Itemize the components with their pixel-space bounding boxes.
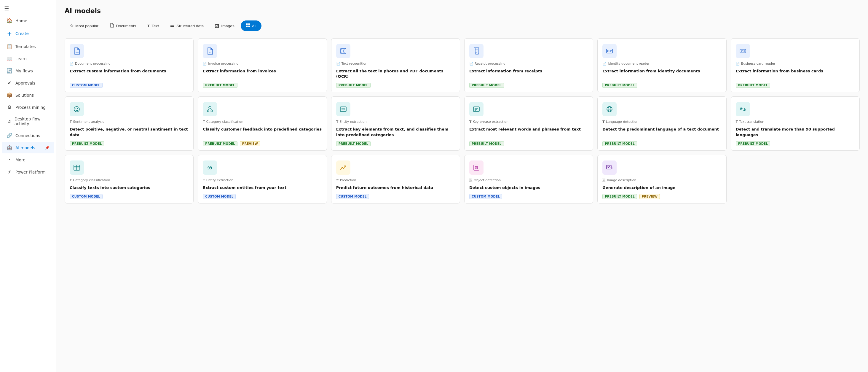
card-title-category-class: Classify customer feedback into predefin… <box>203 127 322 137</box>
card-entity-extraction[interactable]: T Entity extraction Extract key elements… <box>331 96 460 150</box>
card-type-text-translate: T Text translation <box>736 120 855 124</box>
sidebar-item-my-flows[interactable]: 🔄 My flows <box>2 65 54 77</box>
sidebar-label-desktop-flow: Desktop flow activity <box>14 117 50 126</box>
sidebar-item-process-mining[interactable]: ⚙ Process mining <box>2 102 54 113</box>
sidebar-item-approvals[interactable]: ✔ Approvals <box>2 77 54 89</box>
card-sentiment-analysis[interactable]: T Sentiment analysis Detect positive, ne… <box>65 96 193 150</box>
card-title-text-translate: Detect and translate more than 90 suppor… <box>736 127 855 137</box>
sidebar-label-create: Create <box>16 31 29 36</box>
type-icon: T <box>70 120 72 124</box>
card-invoice-processing[interactable]: 📄 Invoice processing Extract information… <box>198 38 327 92</box>
card-type-invoice: 📄 Invoice processing <box>203 62 322 65</box>
approvals-icon: ✔ <box>6 80 12 86</box>
card-category-classification-custom[interactable]: T Category classification Classify texts… <box>65 155 193 203</box>
card-title-entity-custom: Extract custom entities from your text <box>203 185 322 191</box>
card-badges-img-desc: PREBUILT MODEL PREVIEW <box>602 193 721 199</box>
card-badges-object-detect: CUSTOM MODEL <box>469 193 588 199</box>
type-icon: 📄 <box>70 62 74 65</box>
card-type-prediction: ≡ Prediction <box>336 178 455 182</box>
card-icon-invoice <box>203 44 217 58</box>
card-entity-extraction-custom[interactable]: 99 T Entity extraction Extract custom en… <box>198 155 327 203</box>
tab-text[interactable]: T Text <box>142 21 164 31</box>
filter-tabs: ☆ Most popular Documents T Text Structur… <box>65 21 860 31</box>
svg-rect-2 <box>170 26 174 27</box>
card-text-recognition[interactable]: 📄 Text recognition Extract all the text … <box>331 38 460 92</box>
structured-data-icon <box>170 23 175 28</box>
svg-text:あ: あ <box>743 108 746 111</box>
card-type-business-card: 📄 Business card reader <box>736 62 855 65</box>
tab-structured-data[interactable]: Structured data <box>165 21 209 31</box>
sidebar-item-home[interactable]: 🏠 Home <box>2 15 54 26</box>
card-badges-cat-class-custom: CUSTOM MODEL <box>70 193 189 199</box>
svg-rect-4 <box>248 23 250 25</box>
type-icon: 📄 <box>736 62 740 65</box>
card-badges-entity-extract: PREBUILT MODEL <box>336 140 455 146</box>
sidebar-item-connections[interactable]: 🔗 Connections <box>2 130 54 141</box>
card-identity-doc[interactable]: 📄 Identity document reader Extract infor… <box>597 38 726 92</box>
svg-point-25 <box>78 108 78 109</box>
card-language-detection[interactable]: T Language detection Detect the predomin… <box>597 96 726 150</box>
hamburger-button[interactable]: ☰ <box>0 2 56 15</box>
card-type-category-class: T Category classification <box>203 120 322 124</box>
sidebar-label-connections: Connections <box>16 133 40 138</box>
card-prediction[interactable]: ≡ Prediction Predict future outcomes fro… <box>331 155 460 203</box>
sidebar-item-more[interactable]: ··· More <box>2 154 54 166</box>
tab-most-popular[interactable]: ☆ Most popular <box>65 21 103 31</box>
sidebar-item-solutions[interactable]: 📦 Solutions <box>2 89 54 101</box>
badge-custom: CUSTOM MODEL <box>203 194 236 199</box>
templates-icon: 📋 <box>6 44 12 49</box>
card-title-entity-extract: Extract key elements from text, and clas… <box>336 127 455 137</box>
documents-tab-icon <box>110 23 114 28</box>
card-icon-lang-detect <box>602 102 617 116</box>
svg-point-16 <box>608 50 609 52</box>
card-category-classification[interactable]: T Category classification Classify custo… <box>198 96 327 150</box>
card-object-detection[interactable]: 🖼 Object detection Detect custom objects… <box>464 155 593 203</box>
badge-prebuilt: PREBUILT MODEL <box>203 83 238 88</box>
type-icon: 🖼 <box>469 178 472 182</box>
type-icon: 📄 <box>336 62 340 65</box>
card-business-card[interactable]: 📄 Business card reader Extract informati… <box>731 38 860 92</box>
card-icon-entity-custom: 99 <box>203 161 217 175</box>
card-icon-entity-extract <box>336 102 350 116</box>
sidebar-item-learn[interactable]: 📖 Learn <box>2 53 54 64</box>
sidebar-item-desktop-flow[interactable]: 🖥 Desktop flow activity <box>2 114 54 129</box>
card-badges-lang-detect: PREBUILT MODEL <box>602 140 721 146</box>
create-icon: + <box>6 30 12 37</box>
tab-images[interactable]: 🖼 Images <box>210 21 239 31</box>
badge-prebuilt: PREBUILT MODEL <box>336 141 371 146</box>
card-icon-object-detect <box>469 161 484 175</box>
card-key-phrase[interactable]: T Key phrase extraction Extract most rel… <box>464 96 593 150</box>
sidebar-item-power-platform[interactable]: ⚡ Power Platform <box>2 166 54 178</box>
type-icon: ≡ <box>336 178 339 182</box>
tab-text-label: Text <box>152 24 159 28</box>
card-title-object-detect: Detect custom objects in images <box>469 185 588 191</box>
svg-rect-5 <box>246 26 248 28</box>
svg-rect-19 <box>740 49 746 53</box>
sidebar-item-templates[interactable]: 📋 Templates <box>2 41 54 52</box>
svg-line-29 <box>208 109 209 110</box>
sidebar-item-create[interactable]: + Create <box>2 27 54 40</box>
home-icon: 🏠 <box>6 18 12 23</box>
card-title-identity: Extract information from identity docume… <box>602 68 721 79</box>
type-icon: T <box>469 120 472 124</box>
desktop-flow-icon: 🖥 <box>6 119 11 124</box>
card-badges-sentiment: PREBUILT MODEL <box>70 140 189 146</box>
sidebar-item-ai-models[interactable]: 🤖 AI models 📌 <box>2 142 54 153</box>
tab-documents[interactable]: Documents <box>105 21 141 31</box>
type-icon: 🖼 <box>602 178 606 182</box>
card-title-sentiment: Detect positive, negative, or neutral se… <box>70 127 189 137</box>
card-icon-text-recognition <box>336 44 350 58</box>
svg-point-27 <box>207 110 209 112</box>
card-type-text-recognition: 📄 Text recognition <box>336 62 455 65</box>
badge-prebuilt: PREBUILT MODEL <box>203 141 238 146</box>
sidebar-label-more: More <box>16 158 25 162</box>
type-icon: T <box>336 120 339 124</box>
card-icon-text-translate: Aあ <box>736 102 750 116</box>
sidebar-label-ai-models: AI models <box>16 145 35 150</box>
tab-all[interactable]: All <box>241 21 261 31</box>
card-receipt-processing[interactable]: 📄 Receipt processing Extract information… <box>464 38 593 92</box>
card-icon-receipt <box>469 44 484 58</box>
card-image-description[interactable]: 🖼 Image description Generate description… <box>597 155 726 203</box>
card-doc-processing[interactable]: 📄 Document processing Extract custom inf… <box>65 38 193 92</box>
card-text-translation[interactable]: Aあ T Text translation Detect and transla… <box>731 96 860 150</box>
